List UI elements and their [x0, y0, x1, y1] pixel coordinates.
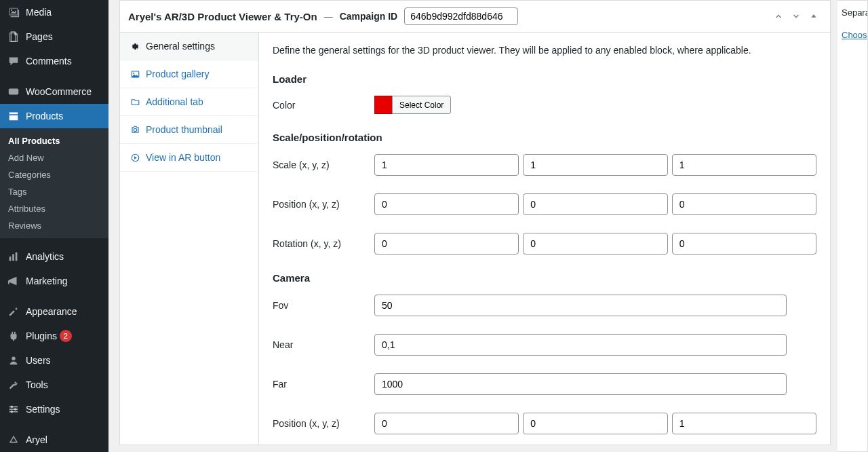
- menu-label: Appearance: [26, 306, 77, 317]
- svg-rect-4: [16, 252, 18, 261]
- media-icon: [7, 5, 20, 19]
- fov-input[interactable]: [374, 295, 787, 316]
- submenu-tags[interactable]: Tags: [0, 183, 108, 200]
- position-label: Position (x, y, z): [273, 199, 374, 210]
- panel-sep: —: [324, 12, 333, 22]
- tab-description: Define the general settings for the 3D p…: [273, 45, 816, 56]
- tab-label: Product thumbnail: [146, 124, 222, 135]
- menu-appearance[interactable]: Appearance: [0, 299, 108, 324]
- menu-label: Tools: [26, 379, 48, 390]
- svg-point-11: [11, 411, 14, 413]
- svg-rect-3: [12, 254, 14, 261]
- submenu-categories[interactable]: Categories: [0, 166, 108, 183]
- campaign-id-input[interactable]: [404, 7, 518, 25]
- menu-label: Pages: [26, 31, 53, 42]
- submenu-add-new[interactable]: Add New: [0, 149, 108, 166]
- rail-choose-link[interactable]: Choos: [842, 30, 863, 40]
- rail-separa-text: Separa: [842, 7, 863, 18]
- svg-rect-2: [9, 257, 12, 261]
- right-rail: Separa Choos: [837, 0, 868, 452]
- scale-y-input[interactable]: [523, 154, 667, 176]
- play-icon: [130, 152, 140, 163]
- menu-users[interactable]: Users: [0, 348, 108, 373]
- submenu-all-products[interactable]: All Products: [0, 132, 108, 149]
- menu-pages[interactable]: Pages: [0, 24, 108, 49]
- tab-view-in-ar[interactable]: View in AR button: [120, 144, 258, 172]
- menu-tools[interactable]: Tools: [0, 373, 108, 397]
- menu-label: WooCommerce: [26, 86, 92, 97]
- marketing-icon: [7, 274, 20, 288]
- svg-point-13: [133, 73, 134, 74]
- rotation-y-input[interactable]: [523, 233, 667, 255]
- select-color-button[interactable]: Select Color: [392, 96, 451, 114]
- tools-icon: [7, 378, 20, 392]
- tab-label: Additional tab: [146, 96, 203, 107]
- cam-position-y-input[interactable]: [523, 413, 667, 434]
- menu-plugins[interactable]: Plugins 2: [0, 324, 108, 348]
- menu-comments[interactable]: Comments: [0, 49, 108, 73]
- scale-x-input[interactable]: [374, 154, 519, 176]
- rotation-z-input[interactable]: [672, 233, 816, 255]
- menu-label: Media: [26, 7, 52, 18]
- submenu-attributes[interactable]: Attributes: [0, 200, 108, 217]
- pages-icon: [7, 30, 20, 43]
- menu-label: Aryel: [26, 434, 47, 445]
- menu-woocommerce[interactable]: WooCommerce: [0, 79, 108, 104]
- chevron-down-icon[interactable]: [788, 8, 804, 24]
- scale-label: Scale (x, y, z): [273, 159, 374, 170]
- settings-icon: [7, 402, 20, 416]
- tab-additional-tab[interactable]: Additional tab: [120, 88, 258, 116]
- cam-position-x-input[interactable]: [374, 413, 519, 434]
- menu-aryel[interactable]: Aryel: [0, 428, 108, 452]
- menu-marketing[interactable]: Marketing: [0, 269, 108, 293]
- near-input[interactable]: [374, 334, 787, 356]
- menu-analytics[interactable]: Analytics: [0, 244, 108, 269]
- chevron-up-icon[interactable]: [770, 8, 787, 24]
- camera-heading: Camera: [273, 272, 816, 284]
- menu-settings[interactable]: Settings: [0, 397, 108, 421]
- appearance-icon: [7, 305, 20, 318]
- svg-point-9: [11, 406, 14, 409]
- products-submenu: All Products Add New Categories Tags Att…: [0, 128, 108, 238]
- loader-color-swatch[interactable]: [374, 96, 393, 114]
- tab-product-thumbnail[interactable]: Product thumbnail: [120, 116, 258, 144]
- gallery-icon: [130, 69, 140, 79]
- main-content: Aryel's AR/3D Product Viewer & Try-On — …: [108, 0, 837, 452]
- products-icon: [7, 109, 20, 123]
- menu-label: Users: [26, 355, 51, 366]
- aryel-icon: [7, 433, 20, 447]
- tab-general-settings[interactable]: General settings: [120, 33, 258, 60]
- position-z-input[interactable]: [672, 193, 816, 215]
- campaign-id-label: Campaign ID: [340, 11, 398, 22]
- position-x-input[interactable]: [374, 193, 519, 215]
- position-y-input[interactable]: [523, 193, 667, 215]
- tab-content: Define the general settings for the 3D p…: [259, 33, 830, 445]
- svg-point-5: [12, 357, 15, 360]
- gear-icon: [130, 41, 140, 52]
- svg-rect-1: [9, 89, 18, 95]
- camera-icon: [130, 124, 140, 135]
- menu-products[interactable]: Products: [0, 104, 108, 128]
- comments-icon: [7, 54, 20, 68]
- near-label: Near: [273, 339, 374, 350]
- rotation-label: Rotation (x, y, z): [273, 238, 374, 249]
- cam-position-z-input[interactable]: [672, 413, 816, 434]
- menu-label: Settings: [26, 404, 60, 415]
- folder-icon: [130, 96, 140, 107]
- far-input[interactable]: [374, 373, 787, 395]
- tab-product-gallery[interactable]: Product gallery: [120, 60, 258, 88]
- panel-header: Aryel's AR/3D Product Viewer & Try-On — …: [120, 1, 830, 33]
- fov-label: Fov: [273, 300, 374, 311]
- rotation-x-input[interactable]: [374, 233, 519, 255]
- settings-tabs: General settings Product gallery Additio…: [120, 33, 259, 445]
- loader-color-label: Color: [273, 100, 374, 111]
- submenu-reviews[interactable]: Reviews: [0, 217, 108, 234]
- admin-sidebar: Media Pages Comments WooCommerce Produc: [0, 0, 108, 452]
- caret-up-icon[interactable]: [806, 8, 822, 24]
- menu-label: Plugins: [26, 331, 57, 341]
- menu-label: Marketing: [26, 276, 67, 286]
- far-label: Far: [273, 379, 374, 390]
- menu-label: Products: [26, 111, 63, 121]
- menu-media[interactable]: Media: [0, 0, 108, 24]
- scale-z-input[interactable]: [672, 154, 816, 176]
